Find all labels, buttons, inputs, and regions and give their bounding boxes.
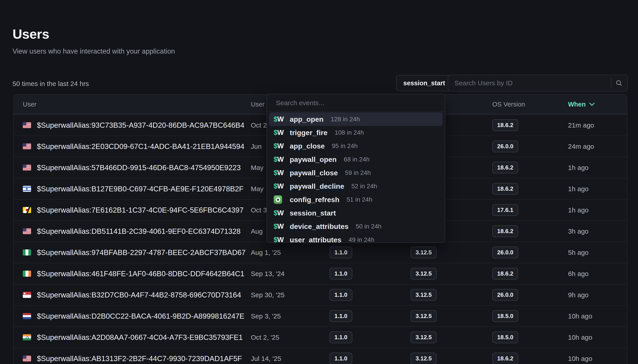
user-search-input[interactable]: [454, 79, 609, 87]
os-version-badge: 17.6.1: [492, 204, 518, 216]
user-since: Sep 3, '25: [251, 312, 330, 320]
app-version-badge: 1.1.0: [330, 289, 352, 301]
os-version-badge: 18.6.2: [492, 162, 518, 174]
event-count: 68 in 24h: [344, 156, 370, 163]
country-flag-icon: [23, 334, 31, 340]
event-item[interactable]: $W paywall_open 68 in 24h: [267, 153, 445, 166]
event-name: session_start: [290, 209, 336, 217]
user-id: $SuperwallAlias:A2D08AA7-0667-4C04-A7F3-…: [37, 333, 243, 342]
page-subtitle: View users who have interacted with your…: [13, 47, 175, 56]
superwall-event-icon: $W: [274, 129, 284, 137]
user-id: $SuperwallAlias:974BFABB-2297-4787-BEEC-…: [37, 248, 246, 257]
table-row[interactable]: $SuperwallAlias:AB1313F2-2B2F-44C7-9930-…: [14, 348, 627, 364]
country-flag-icon: [23, 122, 31, 128]
os-version-badge: 18.6.2: [492, 268, 518, 280]
events-search-input[interactable]: [276, 99, 436, 107]
sdk-version-badge: 3.12.5: [411, 268, 437, 280]
sdk-version-badge: 3.12.5: [411, 246, 437, 258]
event-count: 128 in 24h: [331, 116, 360, 123]
user-id: $SuperwallAlias:DB51141B-2C39-4061-9EF0-…: [37, 227, 240, 236]
superwall-event-icon: $W: [274, 115, 284, 123]
event-item[interactable]: $W paywall_close 59 in 24h: [267, 166, 445, 180]
table-row[interactable]: $SuperwallAlias:461F48FE-1AF0-46B0-8DBC-…: [14, 263, 627, 284]
os-version-badge: 18.6.2: [492, 183, 518, 195]
table-row[interactable]: $SuperwallAlias:B32D7CB0-A4F7-44B2-8758-…: [14, 284, 627, 305]
event-name: paywall_decline: [290, 182, 344, 190]
table-row[interactable]: $SuperwallAlias:974BFABB-2297-4787-BEEC-…: [14, 242, 627, 263]
event-item[interactable]: $W device_attributes 50 in 24h: [267, 220, 445, 233]
event-count: 52 in 24h: [352, 183, 377, 190]
app-version-badge: 1.1.0: [330, 268, 352, 280]
when-value: 10h ago: [568, 355, 627, 362]
user-id: $SuperwallAlias:AB1313F2-2B2F-44C7-9930-…: [37, 354, 242, 363]
event-name: trigger_fire: [290, 129, 328, 137]
event-item[interactable]: $W paywall_decline 52 in 24h: [267, 180, 445, 193]
country-flag-icon: [23, 186, 31, 192]
country-flag-icon: [23, 207, 31, 213]
country-flag-icon: [23, 356, 31, 362]
event-name: paywall_open: [290, 156, 337, 164]
event-count: 59 in 24h: [345, 169, 371, 176]
event-count-summary: 50 times in the last 24 hrs: [13, 80, 89, 88]
user-id: $SuperwallAlias:B32D7CB0-A4F7-44B2-8758-…: [37, 291, 241, 299]
event-item[interactable]: $W trigger_fire 108 in 24h: [267, 126, 445, 139]
user-since: Aug 1, '25: [251, 249, 330, 256]
app-version-badge: 1.1.0: [330, 352, 352, 364]
sdk-version-badge: 3.12.5: [411, 289, 437, 301]
app-version-badge: 1.1.0: [330, 310, 352, 322]
superwall-event-icon: $W: [274, 182, 284, 190]
chevron-down-icon: [589, 102, 595, 106]
events-search-box[interactable]: [267, 94, 445, 112]
user-since: Oct 2, '25: [251, 334, 330, 341]
os-version-badge: 18.5.0: [492, 310, 518, 322]
country-flag-icon: [23, 271, 31, 277]
superwall-event-icon: $W: [274, 222, 284, 230]
os-version-badge: 18.6.2: [492, 352, 518, 364]
event-name: app_close: [290, 142, 325, 150]
country-flag-icon: [23, 228, 31, 234]
superwall-event-icon: $W: [274, 142, 284, 150]
sdk-version-badge: 3.12.5: [411, 332, 437, 343]
when-value: 24m ago: [568, 143, 627, 150]
header-when-label: When: [568, 101, 586, 108]
user-id: $SuperwallAlias:57B466DD-9915-46D6-BAC8-…: [37, 164, 241, 172]
country-flag-icon: [23, 313, 31, 319]
event-name: user_attributes: [290, 236, 341, 243]
header-when-sort[interactable]: When: [568, 101, 627, 108]
events-list: $W app_open 128 in 24h $W trigger_fire 1…: [267, 112, 445, 243]
event-item[interactable]: $W config_refresh 51 in 24h: [267, 193, 445, 206]
users-page: { "page": { "title": "Users", "subtitle"…: [0, 0, 638, 364]
header-user: User: [14, 101, 251, 108]
user-since: Jul 14, '25: [251, 355, 330, 362]
when-value: 9h ago: [568, 291, 627, 299]
app-version-badge: 1.1.0: [330, 246, 352, 258]
user-search-box[interactable]: [448, 74, 628, 92]
event-item[interactable]: $W user_attributes 49 in 24h: [267, 233, 445, 243]
app-version-badge: 1.1.0: [330, 332, 352, 343]
event-name: device_attributes: [290, 222, 349, 231]
os-version-badge: 26.0.0: [492, 246, 518, 258]
event-name: app_open: [290, 115, 324, 124]
event-filter-button[interactable]: session_start: [396, 75, 452, 91]
table-row[interactable]: $SuperwallAlias:D2B0CC22-BACA-4061-9B2D-…: [14, 305, 627, 326]
event-count: 49 in 24h: [349, 236, 374, 243]
user-since: Sep 30, '25: [251, 291, 330, 299]
event-item[interactable]: $W app_open 128 in 24h: [269, 112, 443, 126]
header-os-version: OS Version: [492, 101, 568, 108]
os-version-badge: 26.0.0: [492, 140, 518, 152]
event-name: paywall_close: [290, 169, 338, 177]
when-value: 1h ago: [568, 185, 627, 193]
event-count: 95 in 24h: [332, 142, 358, 150]
sdk-version-badge: 3.12.5: [411, 352, 437, 364]
event-count: 108 in 24h: [335, 129, 364, 136]
superwall-event-icon: $W: [274, 169, 284, 177]
event-item[interactable]: $W app_close 95 in 24h: [267, 139, 445, 153]
event-item[interactable]: $W session_start: [267, 206, 445, 220]
when-value: 6h ago: [568, 270, 627, 278]
table-row[interactable]: $SuperwallAlias:A2D08AA7-0667-4C04-A7F3-…: [14, 326, 627, 348]
when-value: 10h ago: [568, 312, 627, 320]
user-id: $SuperwallAlias:B127E9B0-C697-4CFB-AE9E-…: [37, 185, 244, 193]
page-title: Users: [13, 26, 49, 42]
os-version-badge: 18.6.2: [492, 119, 518, 131]
search-icon[interactable]: [615, 80, 622, 87]
